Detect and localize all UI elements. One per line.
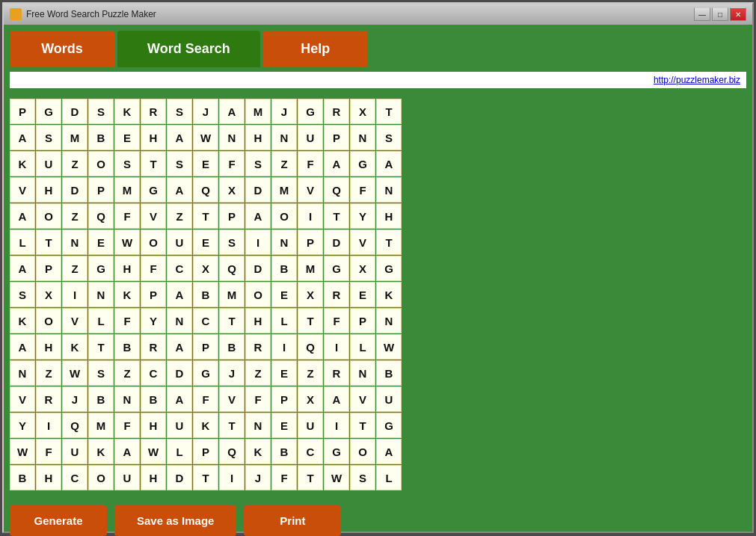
website-link[interactable]: http://puzzlemaker.biz: [654, 75, 740, 85]
cell: G: [36, 99, 61, 124]
cell: X: [36, 282, 61, 307]
cell: Y: [10, 413, 35, 438]
cell: C: [167, 256, 192, 281]
cell: R: [141, 334, 166, 360]
cell: H: [376, 203, 402, 229]
cell: T: [219, 308, 245, 333]
cell: X: [350, 99, 375, 124]
cell: A: [114, 439, 140, 464]
cell: Z: [114, 360, 140, 386]
cell: K: [88, 439, 114, 464]
cell: F: [271, 465, 297, 490]
cell: F: [114, 308, 140, 333]
cell: W: [376, 334, 402, 360]
cell: A: [10, 125, 35, 150]
cell: H: [36, 334, 61, 360]
cell: O: [36, 203, 61, 229]
cell: A: [324, 386, 349, 412]
cell: C: [141, 360, 166, 386]
cell: S: [88, 99, 114, 124]
cell: W: [114, 230, 140, 255]
cell: S: [167, 151, 192, 176]
cell: V: [298, 177, 323, 203]
cell: M: [271, 177, 297, 203]
cell: U: [298, 125, 323, 150]
cell: Z: [62, 203, 87, 229]
cell: K: [10, 308, 35, 333]
app-icon: [10, 8, 22, 20]
cell: E: [350, 282, 375, 307]
tab-wordsearch[interactable]: Word Search: [117, 31, 260, 67]
cell: O: [350, 439, 375, 464]
cell: N: [88, 282, 114, 307]
cell: B: [271, 256, 297, 281]
cell: I: [62, 282, 87, 307]
cell: S: [36, 125, 61, 150]
cell: V: [62, 308, 87, 333]
cell: U: [62, 439, 87, 464]
tab-words[interactable]: Words: [10, 31, 114, 67]
cell: Q: [324, 177, 349, 203]
cell: Q: [88, 203, 114, 229]
cell: T: [376, 230, 402, 255]
tab-help[interactable]: Help: [263, 31, 368, 67]
cell: W: [10, 439, 35, 464]
cell: F: [245, 386, 271, 412]
cell: H: [141, 413, 166, 438]
cell: Z: [36, 360, 61, 386]
cell: T: [36, 230, 61, 255]
cell: N: [271, 230, 297, 255]
cell: W: [324, 465, 349, 490]
cell: P: [219, 203, 245, 229]
cell: S: [88, 360, 114, 386]
cell: K: [245, 439, 271, 464]
cell: N: [350, 360, 375, 386]
cell: E: [193, 230, 218, 255]
cell: M: [114, 177, 140, 203]
cell: M: [219, 282, 245, 307]
cell: Z: [271, 151, 297, 176]
titlebar: Free Word Search Puzzle Maker — □ ✕: [4, 4, 752, 25]
save-as-image-button[interactable]: Save as Image: [114, 505, 236, 536]
cell: B: [10, 465, 35, 490]
cell: A: [167, 125, 192, 150]
cell: U: [36, 151, 61, 176]
cell: E: [271, 360, 297, 386]
cell: S: [114, 151, 140, 176]
cell: H: [245, 308, 271, 333]
print-button[interactable]: Print: [244, 505, 341, 536]
generate-button[interactable]: Generate: [10, 505, 107, 536]
cell: F: [114, 203, 140, 229]
cell: A: [167, 177, 192, 203]
cell: K: [10, 151, 35, 176]
cell: W: [193, 125, 218, 150]
cell: Q: [219, 256, 245, 281]
cell: M: [245, 99, 271, 124]
maximize-button[interactable]: □: [712, 7, 728, 21]
header-area: http://puzzlemaker.biz: [10, 72, 746, 88]
cell: P: [141, 282, 166, 307]
puzzle-grid: PGDSKRSJAMJGRXTASMBEHAWNHNUPNSKUZOSTSEFS…: [10, 99, 402, 490]
cell: A: [245, 203, 271, 229]
cell: G: [88, 256, 114, 281]
cell: F: [219, 151, 245, 176]
cell: N: [245, 413, 271, 438]
close-button[interactable]: ✕: [730, 7, 746, 21]
cell: U: [114, 465, 140, 490]
cell: G: [376, 413, 402, 438]
cell: P: [271, 386, 297, 412]
cell: J: [271, 99, 297, 124]
cell: O: [141, 230, 166, 255]
cell: E: [271, 282, 297, 307]
cell: V: [10, 386, 35, 412]
cell: K: [62, 334, 87, 360]
minimize-button[interactable]: —: [694, 7, 710, 21]
cell: X: [298, 282, 323, 307]
cell: H: [141, 125, 166, 150]
cell: H: [141, 465, 166, 490]
cell: L: [167, 439, 192, 464]
cell: O: [88, 465, 114, 490]
cell: G: [376, 256, 402, 281]
cell: A: [167, 282, 192, 307]
cell: F: [114, 413, 140, 438]
